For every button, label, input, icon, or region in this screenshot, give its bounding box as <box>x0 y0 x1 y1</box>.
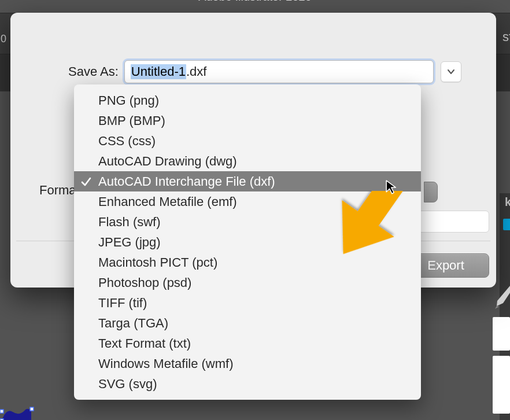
options-bar-fragment-right: sf <box>502 30 510 45</box>
app-title-bar: Adobe Illustrator 2020 <box>0 0 510 13</box>
app-title: Adobe Illustrator 2020 <box>198 0 312 3</box>
format-option-label: SVG (svg) <box>98 377 157 392</box>
format-option-label: JPEG (jpg) <box>98 235 161 250</box>
format-option-label: TIFF (tif) <box>98 296 147 311</box>
options-bar-fragment-left: .0 <box>0 33 6 45</box>
checkmark-icon <box>81 176 91 187</box>
format-option[interactable]: AutoCAD Drawing (dwg) <box>74 151 421 171</box>
format-option-label: CSS (css) <box>98 134 156 149</box>
right-panel-letter: k <box>505 196 510 209</box>
format-option-label: AutoCAD Drawing (dwg) <box>98 154 237 169</box>
right-panel-swatch-1 <box>493 317 510 351</box>
format-select-end[interactable] <box>424 182 438 202</box>
format-option-label: AutoCAD Interchange File (dxf) <box>98 174 275 189</box>
format-option[interactable]: JPEG (jpg) <box>74 232 421 252</box>
format-option[interactable]: Targa (TGA) <box>74 313 421 333</box>
export-button-label: Export <box>427 258 464 273</box>
format-option-label: Targa (TGA) <box>98 316 168 331</box>
format-option[interactable]: Flash (swf) <box>74 212 421 232</box>
format-option[interactable]: AutoCAD Interchange File (dxf) <box>74 171 421 191</box>
format-option-label: BMP (BMP) <box>98 113 165 128</box>
format-option-label: Enhanced Metafile (emf) <box>98 194 237 209</box>
format-option[interactable]: TIFF (tif) <box>74 293 421 313</box>
chevron-down-icon <box>447 68 455 76</box>
format-option[interactable]: Enhanced Metafile (emf) <box>74 191 421 212</box>
history-dropdown-button[interactable] <box>441 61 461 82</box>
format-option[interactable]: Photoshop (psd) <box>74 272 421 293</box>
format-option[interactable]: BMP (BMP) <box>74 110 421 131</box>
format-option-label: Macintosh PICT (pct) <box>98 255 217 270</box>
format-option[interactable]: Windows Metafile (wmf) <box>74 353 421 374</box>
filename-base-selected: Untitled-1 <box>131 64 186 79</box>
format-option[interactable]: CSS (css) <box>74 131 421 151</box>
save-as-row: Save As: Untitled-1.dxf <box>10 60 496 83</box>
format-option-label: Flash (swf) <box>98 215 161 230</box>
format-option-label: Windows Metafile (wmf) <box>98 356 233 371</box>
format-option[interactable]: Macintosh PICT (pct) <box>74 252 421 272</box>
filename-extension: .dxf <box>186 64 206 79</box>
format-option[interactable]: PNG (png) <box>74 90 421 110</box>
format-option[interactable]: Text Format (txt) <box>74 333 421 353</box>
format-option-label: Text Format (txt) <box>98 336 191 351</box>
format-option-label: Photoshop (psd) <box>98 275 191 290</box>
format-option-label: PNG (png) <box>98 93 159 108</box>
right-panel-indicator <box>503 219 510 230</box>
filename-input[interactable]: Untitled-1.dxf <box>124 60 434 83</box>
format-dropdown-menu[interactable]: PNG (png)BMP (BMP)CSS (css)AutoCAD Drawi… <box>74 84 421 400</box>
save-as-label: Save As: <box>68 64 119 79</box>
right-panel-swatch-2 <box>493 356 510 414</box>
format-option[interactable]: SVG (svg) <box>74 374 421 394</box>
